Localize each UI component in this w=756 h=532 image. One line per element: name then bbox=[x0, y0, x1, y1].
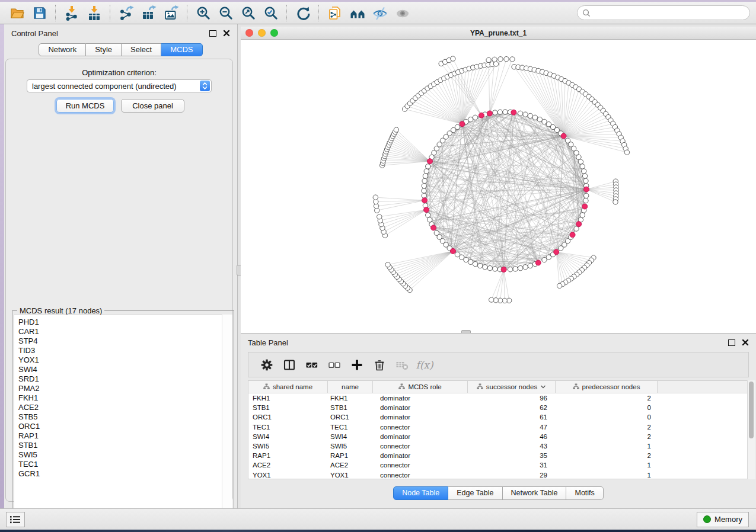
open-file-icon[interactable] bbox=[6, 4, 28, 23]
deselect-all-icon[interactable] bbox=[323, 355, 346, 375]
column-header-successor-nodes[interactable]: successor nodes bbox=[468, 381, 556, 393]
task-history-button[interactable] bbox=[6, 512, 25, 527]
select-stepper-icon bbox=[200, 81, 210, 91]
float-table-panel-icon[interactable] bbox=[728, 339, 735, 346]
mcds-result-list[interactable]: PHD1CAR1STP4TID3YOX1SWI4SRD1PMA2FKH1ACE2… bbox=[14, 315, 232, 530]
search-input[interactable] bbox=[594, 8, 745, 18]
zoom-out-icon[interactable] bbox=[215, 4, 237, 23]
copy-network-icon[interactable] bbox=[324, 4, 346, 23]
column-header-filler bbox=[658, 381, 748, 393]
column-header-shared-name[interactable]: shared name bbox=[248, 381, 328, 393]
run-mcds-button[interactable]: Run MCDS bbox=[56, 99, 114, 113]
tab-select[interactable]: Select bbox=[122, 43, 161, 56]
table-panel-header: Table Panel bbox=[241, 334, 756, 351]
list-item[interactable]: STB5 bbox=[18, 412, 232, 422]
table-cell: 96 bbox=[468, 395, 556, 402]
table-cell: SWI5 bbox=[248, 443, 328, 450]
import-table-icon[interactable] bbox=[83, 4, 106, 23]
optimization-criterion-label: Optimization criterion: bbox=[6, 68, 232, 77]
tab-network[interactable]: Network bbox=[39, 43, 86, 56]
close-table-panel-icon[interactable] bbox=[742, 339, 749, 346]
column-header-MCDS-role[interactable]: MCDS role bbox=[373, 381, 468, 393]
zoom-fit-icon[interactable] bbox=[237, 4, 260, 23]
list-item[interactable]: CAR1 bbox=[18, 327, 232, 336]
list-item[interactable]: ORC1 bbox=[18, 422, 232, 431]
table-cell: YOX1 bbox=[248, 472, 328, 479]
column-header-name[interactable]: name bbox=[328, 381, 373, 393]
scrollbar-thumb[interactable] bbox=[749, 382, 754, 438]
table-row[interactable]: YOX1YOX1connector291 bbox=[248, 470, 748, 480]
export-table-icon[interactable] bbox=[138, 4, 160, 23]
list-item[interactable]: STP4 bbox=[18, 336, 232, 346]
refresh-icon[interactable] bbox=[292, 4, 314, 23]
delete-table-icon bbox=[391, 355, 413, 375]
table-cell: 35 bbox=[468, 452, 556, 459]
hide-selected-icon[interactable] bbox=[369, 4, 391, 23]
select-all-icon[interactable] bbox=[301, 355, 323, 375]
column-header-predecessor-nodes[interactable]: predecessor nodes bbox=[556, 381, 658, 393]
list-item[interactable]: PHD1 bbox=[18, 318, 232, 327]
node-table: shared namenameMCDS rolesuccessor nodesp… bbox=[248, 380, 749, 479]
table-scrollbar[interactable] bbox=[747, 380, 755, 479]
mcds-panel: Optimization criterion: largest connecte… bbox=[5, 59, 233, 502]
table-row[interactable]: SWI4SWI4dominator462 bbox=[248, 432, 748, 441]
export-image-icon[interactable] bbox=[160, 4, 183, 23]
shared-column-icon bbox=[477, 383, 483, 391]
table-cell: 1 bbox=[556, 472, 658, 479]
sort-desc-icon bbox=[540, 383, 546, 390]
shared-column-icon bbox=[573, 383, 579, 391]
tab-motifs[interactable]: Motifs bbox=[566, 486, 603, 500]
tab-style[interactable]: Style bbox=[86, 43, 122, 56]
tab-node-table[interactable]: Node Table bbox=[393, 486, 448, 500]
list-item[interactable]: ACE2 bbox=[18, 403, 232, 412]
optimization-criterion-select[interactable]: largest connected component (undirected) bbox=[27, 79, 212, 92]
mcds-result-scrollbar[interactable] bbox=[222, 315, 232, 530]
list-item[interactable]: SRD1 bbox=[18, 374, 232, 384]
table-row[interactable]: STB1STB1dominator620 bbox=[248, 403, 748, 412]
table-row[interactable]: TEC1TEC1connector472 bbox=[248, 422, 748, 432]
memory-button[interactable]: Memory bbox=[697, 512, 749, 527]
control-panel: Control Panel NetworkStyleSelectMCDS Opt… bbox=[4, 24, 237, 508]
list-item[interactable]: FKH1 bbox=[18, 393, 232, 403]
list-item[interactable]: SWI4 bbox=[18, 365, 232, 374]
control-panel-header: Control Panel bbox=[4, 24, 237, 42]
table-panel-title: Table Panel bbox=[248, 338, 288, 347]
tab-network-table[interactable]: Network Table bbox=[503, 486, 567, 500]
table-cell: 0 bbox=[556, 404, 658, 411]
list-item[interactable]: SWI5 bbox=[18, 450, 232, 460]
zoom-selected-icon[interactable] bbox=[260, 4, 282, 23]
import-network-icon[interactable] bbox=[60, 4, 83, 23]
zoom-in-icon[interactable] bbox=[192, 4, 215, 23]
first-neighbors-icon[interactable] bbox=[346, 4, 369, 23]
table-row[interactable]: RAP1RAP1dominator352 bbox=[248, 451, 748, 460]
delete-row-icon[interactable] bbox=[368, 355, 391, 375]
close-panel-icon[interactable] bbox=[223, 30, 230, 37]
list-item[interactable]: PMA2 bbox=[18, 384, 232, 393]
tab-edge-table[interactable]: Edge Table bbox=[448, 486, 502, 500]
list-item[interactable]: RAP1 bbox=[18, 431, 232, 441]
list-item[interactable]: STB1 bbox=[18, 441, 232, 450]
settings-icon[interactable] bbox=[256, 355, 278, 375]
table-cell: 61 bbox=[468, 414, 556, 421]
table-row[interactable]: SWI5SWI5connector431 bbox=[248, 441, 748, 451]
list-item[interactable]: YOX1 bbox=[18, 355, 232, 365]
list-item[interactable]: GCR1 bbox=[18, 469, 232, 479]
network-title: YPA_prune.txt_1 bbox=[241, 29, 756, 37]
add-row-icon[interactable] bbox=[346, 355, 368, 375]
column-layout-icon[interactable] bbox=[278, 355, 301, 375]
table-row[interactable]: ORC1ORC1dominator610 bbox=[248, 412, 748, 422]
tab-mcds[interactable]: MCDS bbox=[161, 43, 202, 56]
save-session-icon[interactable] bbox=[28, 4, 51, 23]
float-panel-icon[interactable] bbox=[209, 30, 216, 37]
list-item[interactable]: TID3 bbox=[18, 346, 232, 355]
list-item[interactable]: TEC1 bbox=[18, 460, 232, 469]
table-row[interactable]: ACE2ACE2connector311 bbox=[248, 460, 748, 470]
table-cell: FKH1 bbox=[248, 395, 328, 402]
table-row[interactable]: FKH1FKH1dominator962 bbox=[248, 393, 748, 403]
table-tabs: Node TableEdge TableNetwork TableMotifs bbox=[241, 486, 756, 500]
export-network-icon[interactable] bbox=[115, 4, 138, 23]
close-panel-button[interactable]: Close panel bbox=[121, 99, 184, 113]
shared-column-icon bbox=[398, 383, 405, 391]
network-graph[interactable] bbox=[241, 40, 756, 333]
table-cell: RAP1 bbox=[248, 452, 328, 459]
